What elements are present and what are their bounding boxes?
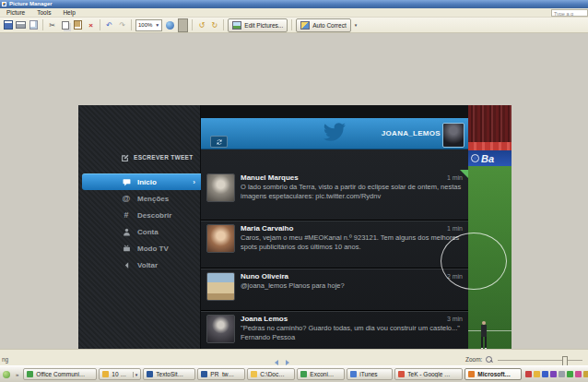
delete-button[interactable]: × [86,20,96,30]
sidebar-item[interactable]: Conta › [78,223,201,240]
outlook-icon [102,371,109,377]
menubar: PictureToolsHelp [0,8,588,18]
toolbar-overflow-icon[interactable]: ▾ [355,22,358,28]
window-titlebar[interactable]: Picture Manager [0,0,588,8]
cut-button[interactable]: ✂ [47,20,57,30]
auto-correct-icon [300,21,310,30]
twitter-header: JOANA_LEMOS [201,118,468,149]
edit-pictures-button[interactable]: Edit Pictures... [228,18,288,32]
type-question-box[interactable]: Type a q [551,9,588,17]
tray-icon[interactable] [534,371,540,377]
chevron-down-icon: ▼ [155,22,159,28]
sponsor-logo-icon [471,154,479,162]
sidebar-item[interactable]: Voltar › [78,257,201,273]
avatar [206,173,235,202]
refresh-button[interactable] [210,136,228,148]
zoom-button[interactable] [165,20,175,30]
word-icon [201,371,207,377]
tweet[interactable]: Manuel Marques 1 min O lado sombrio da T… [201,170,468,220]
sidebar-item[interactable]: # Descobrir › [78,207,201,223]
zoom-icon [166,21,174,30]
tweet-timestamp: 1 min [447,225,463,232]
taskbar-button[interactable]: C:\Documents and... [247,368,295,380]
tray-icon[interactable] [550,371,557,377]
menu-item[interactable]: Help [61,9,76,16]
tweet-timestamp: 3 min [447,316,463,322]
app-icon [300,371,307,377]
tweet[interactable]: Maria Carvalho 1 min Caros, vejam o meu … [201,220,468,268]
paste-button[interactable] [73,20,83,30]
quick-launch-overflow-chevron[interactable]: » [16,372,18,377]
zoom-slider-track[interactable] [498,360,582,361]
itunes-icon [350,371,357,377]
compose-tweet-button[interactable]: ESCREVER TWEET [121,153,194,161]
football-pitch [468,166,512,373]
tray-icon[interactable] [559,371,565,377]
tweet-text: "Pedras no caminho? Guardo todas, um dia… [241,324,463,342]
menu-item[interactable]: Tools [35,9,53,16]
auto-correct-button[interactable]: Auto Correct [296,18,351,32]
chevron-right-icon: › [193,178,195,186]
taskbar-button[interactable]: TeK - Google Chrome [394,368,463,380]
taskbar-button[interactable]: TextoSiteE1205.do... [143,368,195,380]
taskbar-button[interactable]: PR_twitter no nes... [197,368,245,380]
ad-board-red [468,142,512,150]
sidebar-item[interactable]: Modo TV › [78,240,201,257]
save-button[interactable] [3,20,13,30]
rotate-left-button[interactable]: ↺ [196,20,206,30]
folder-icon [251,371,257,377]
tray-icon[interactable] [583,371,588,377]
divider [100,19,100,30]
user-avatar[interactable] [442,123,465,148]
quick-launch-icon[interactable] [3,371,10,378]
feed-spacer [201,149,468,170]
zoom-combobox[interactable]: 100% ▼ [135,19,162,31]
statusbar: ng Zoom: [0,349,588,365]
undo-button[interactable]: ↶ [104,20,114,30]
sidebar-item[interactable]: Início › [82,173,201,190]
screen: Picture Manager PictureToolsHelp Type a … [0,0,588,382]
divider [42,19,43,30]
taskbar-button[interactable]: iTunes [347,368,393,380]
toggle-button-pressed[interactable] [178,18,188,32]
app-icon [2,2,6,6]
menu-item[interactable]: Picture [5,9,27,16]
ad-text: Ba [481,153,494,164]
redo-button[interactable]: ↷ [117,20,127,30]
tweet-text: @joana_lemos Planos para hoje? [241,281,463,291]
print-icon [16,21,26,29]
magnifier-icon [486,356,492,363]
avatar [206,224,235,253]
back-icon [122,261,131,269]
tray-icon[interactable] [567,371,573,377]
picture-icon [232,21,241,30]
zoom-label: Zoom: [465,356,482,363]
status-text: ng [2,356,8,363]
tweet-author: Joana Lemos [241,315,288,323]
taskbar-buttons: Office Communicator 10 Microsoft Off... … [23,368,522,380]
copy-button[interactable] [60,20,70,30]
avatar [206,315,235,343]
tweet-feed: Manuel Marques 1 min O lado sombrio da T… [201,149,468,364]
taskbar-button[interactable]: Exconic Content S... [297,368,345,380]
pitch-line [468,330,512,331]
print-preview-button[interactable] [29,20,39,30]
copy-icon [62,21,69,30]
rotate-right-button[interactable]: ↻ [209,20,219,30]
tray-icon[interactable] [575,371,582,377]
taskbar-button[interactable]: 10 Microsoft Off... ▾ [99,368,141,380]
tray-icon[interactable] [542,371,548,377]
tv-icon [122,245,131,253]
print-button[interactable] [16,20,26,30]
pitch-circle-line [441,233,507,290]
sidebar-item[interactable]: @ Menções › [78,190,201,207]
group-dropdown-icon: ▾ [133,372,138,377]
system-tray [525,371,588,377]
tray-icon[interactable] [525,371,532,377]
hash-icon: # [122,210,131,220]
taskbar-button[interactable]: Office Communicator [23,368,97,380]
taskbar-button[interactable]: Microsoft Office - [465,368,522,380]
person-icon [122,228,131,236]
refresh-icon [216,138,223,146]
tweet[interactable]: Nuno Oliveira 2 min @joana_lemos Planos … [201,268,468,310]
